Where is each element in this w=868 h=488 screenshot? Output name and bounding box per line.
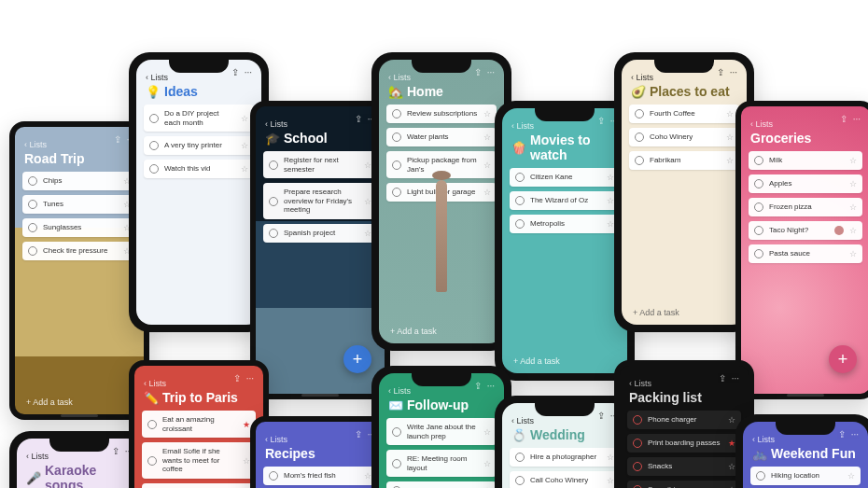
add-task-button[interactable]: + Add a task [15,390,144,414]
task-row[interactable]: RE: Meeting room layout☆ [386,450,497,477]
checkbox-icon[interactable] [147,456,157,466]
star-icon[interactable]: ☆ [483,109,491,119]
checkbox-icon[interactable] [269,197,278,206]
star-icon[interactable]: ☆ [483,188,491,197]
checkbox-icon[interactable] [149,164,159,174]
star-icon[interactable]: ☆ [364,471,371,481]
task-row[interactable]: Spanish project☆ [263,224,377,243]
checkbox-icon[interactable] [515,196,525,205]
share-icon[interactable]: ⇪ [114,134,121,145]
back-link[interactable]: ‹ Lists [146,73,168,82]
checkbox-icon[interactable] [269,229,278,238]
star-icon[interactable]: ☆ [243,456,250,466]
task-row[interactable]: Check tire pressure☆ [22,242,136,260]
back-link[interactable]: ‹ Lists [265,435,287,444]
task-row[interactable]: Water plants☆ [386,128,497,146]
task-row[interactable]: Snacks☆ [627,457,741,476]
checkbox-icon[interactable] [515,173,525,182]
star-icon[interactable]: ☆ [726,109,734,119]
share-icon[interactable]: ⇪ [717,67,724,77]
more-icon[interactable]: ··· [487,381,495,391]
checkbox-icon[interactable] [754,249,763,258]
more-icon[interactable]: ··· [732,373,739,383]
back-link[interactable]: ‹ Lists [752,435,775,444]
checkbox-icon[interactable] [633,415,642,425]
star-icon[interactable]: ☆ [364,229,371,238]
task-row[interactable]: Print boarding passes★ [627,434,741,453]
task-row[interactable]: Frozen pizza☆ [749,198,862,216]
more-icon[interactable]: ··· [853,114,861,124]
task-row[interactable]: Something☆ [627,481,741,488]
share-icon[interactable]: ⇪ [474,67,482,77]
back-link[interactable]: ‹ Lists [26,452,49,461]
add-fab[interactable]: + [343,345,371,373]
back-link[interactable]: ‹ Lists [388,73,411,82]
more-icon[interactable]: ··· [245,67,252,77]
task-row[interactable]: Register for next semester☆ [263,151,377,178]
checkbox-icon[interactable] [754,202,763,212]
star-icon[interactable]: ☆ [849,202,857,212]
star-icon[interactable]: ★ [243,420,250,429]
task-row[interactable]: A very tiny printer☆ [144,136,254,155]
back-link[interactable]: ‹ Lists [388,386,411,396]
checkbox-icon[interactable] [635,132,644,142]
star-icon[interactable]: ☆ [483,427,491,437]
star-icon[interactable]: ☆ [364,160,371,170]
checkbox-icon[interactable] [149,141,159,150]
checkbox-icon[interactable] [392,109,401,119]
share-icon[interactable]: ⇪ [840,114,847,124]
share-icon[interactable]: ⇪ [355,114,362,124]
checkbox-icon[interactable] [149,114,159,123]
star-icon[interactable]: ☆ [241,114,248,123]
task-row[interactable]: Call Coho Winery☆ [510,471,620,488]
checkbox-icon[interactable] [633,439,642,448]
star-icon[interactable]: ☆ [849,179,857,188]
back-link[interactable]: ‹ Lists [629,379,651,388]
add-fab[interactable]: + [829,345,857,373]
star-icon[interactable]: ☆ [483,459,491,468]
task-row[interactable]: Prepare research overview for Friday's m… [263,183,377,219]
task-row[interactable]: Coho Winery☆ [629,128,739,146]
task-row[interactable]: Hiking location☆ [750,467,861,485]
back-link[interactable]: ‹ Lists [24,140,47,149]
task-row[interactable]: Apples☆ [749,174,862,193]
star-icon[interactable]: ★ [728,439,735,448]
task-row[interactable]: Watch this vid☆ [144,160,254,178]
star-icon[interactable]: ☆ [847,471,855,481]
checkbox-icon[interactable] [635,156,644,165]
back-link[interactable]: ‹ Lists [631,73,653,82]
share-icon[interactable]: ⇪ [719,373,726,383]
add-task-button[interactable]: + Add a task [502,349,627,373]
task-row[interactable]: Phone charger☆ [627,411,741,429]
checkbox-icon[interactable] [28,246,37,256]
checkbox-icon[interactable] [515,476,525,485]
checkbox-icon[interactable] [392,427,401,437]
checkbox-icon[interactable] [392,132,401,142]
task-row[interactable]: Fabrikam☆ [629,151,739,170]
checkbox-icon[interactable] [269,160,278,170]
checkbox-icon[interactable] [515,453,525,462]
star-icon[interactable]: ☆ [241,141,248,150]
checkbox-icon[interactable] [392,459,401,468]
share-icon[interactable]: ⇪ [597,411,605,421]
checkbox-icon[interactable] [392,188,401,197]
task-row[interactable]: Mom's fried fish☆ [263,467,377,485]
task-row[interactable]: Milk☆ [749,151,862,170]
task-row[interactable]: Fourth Coffee☆ [629,105,739,123]
star-icon[interactable]: ☆ [849,249,857,258]
checkbox-icon[interactable] [756,471,765,481]
checkbox-icon[interactable] [269,471,278,481]
back-link[interactable]: ‹ Lists [750,119,773,129]
task-row[interactable]: Do a DIY project each month☆ [144,105,254,132]
star-icon[interactable]: ☆ [607,219,614,229]
star-icon[interactable]: ☆ [607,453,614,462]
star-icon[interactable]: ☆ [241,164,248,174]
star-icon[interactable]: ☆ [483,160,491,170]
share-icon[interactable]: ⇪ [838,429,846,439]
star-icon[interactable]: ☆ [728,462,735,471]
star-icon[interactable]: ☆ [607,196,614,205]
checkbox-icon[interactable] [635,109,644,119]
task-row[interactable]: The Wizard of Oz☆ [510,191,620,210]
task-row[interactable]: Updated mobile plan☆ [386,481,497,488]
task-row[interactable]: Hire a photographer☆ [510,448,620,467]
